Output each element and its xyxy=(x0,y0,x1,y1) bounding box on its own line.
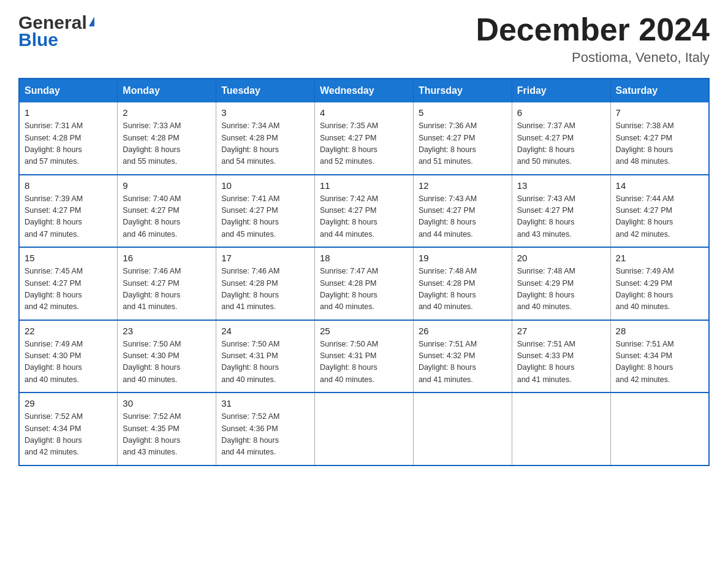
day-number: 9 xyxy=(123,180,211,191)
day-info: Sunrise: 7:37 AMSunset: 4:27 PMDaylight:… xyxy=(517,120,605,168)
day-info: Sunrise: 7:48 AMSunset: 4:29 PMDaylight:… xyxy=(517,266,605,313)
day-number: 28 xyxy=(616,326,703,336)
day-number: 20 xyxy=(517,253,605,263)
day-number: 22 xyxy=(25,326,112,336)
day-number: 30 xyxy=(123,398,211,408)
day-info: Sunrise: 7:36 AMSunset: 4:27 PMDaylight:… xyxy=(419,120,507,168)
day-number: 12 xyxy=(419,180,507,191)
calendar-header-row: SundayMondayTuesdayWednesdayThursdayFrid… xyxy=(19,79,709,102)
calendar-cell: 28Sunrise: 7:51 AMSunset: 4:34 PMDayligh… xyxy=(610,320,709,393)
calendar-cell: 18Sunrise: 7:47 AMSunset: 4:28 PMDayligh… xyxy=(315,247,414,320)
day-number: 4 xyxy=(320,107,408,118)
calendar-week-row: 1Sunrise: 7:31 AMSunset: 4:28 PMDaylight… xyxy=(19,102,709,175)
day-info: Sunrise: 7:44 AMSunset: 4:27 PMDaylight:… xyxy=(616,193,703,241)
day-info: Sunrise: 7:47 AMSunset: 4:28 PMDaylight:… xyxy=(320,266,408,313)
day-info: Sunrise: 7:50 AMSunset: 4:31 PMDaylight:… xyxy=(320,339,408,386)
day-info: Sunrise: 7:34 AMSunset: 4:28 PMDaylight:… xyxy=(221,120,309,168)
calendar-cell xyxy=(315,393,414,465)
column-header-friday: Friday xyxy=(512,79,610,102)
day-number: 11 xyxy=(320,180,408,191)
day-info: Sunrise: 7:41 AMSunset: 4:27 PMDaylight:… xyxy=(221,193,309,241)
calendar-cell: 2Sunrise: 7:33 AMSunset: 4:28 PMDaylight… xyxy=(118,102,216,175)
calendar-cell xyxy=(413,393,512,465)
day-info: Sunrise: 7:51 AMSunset: 4:33 PMDaylight:… xyxy=(517,339,605,386)
day-info: Sunrise: 7:46 AMSunset: 4:27 PMDaylight:… xyxy=(123,266,211,313)
calendar-cell: 20Sunrise: 7:48 AMSunset: 4:29 PMDayligh… xyxy=(512,247,610,320)
day-number: 18 xyxy=(320,253,408,263)
column-header-saturday: Saturday xyxy=(610,79,709,102)
day-number: 21 xyxy=(616,253,703,263)
day-info: Sunrise: 7:42 AMSunset: 4:27 PMDaylight:… xyxy=(320,193,408,241)
day-number: 14 xyxy=(616,180,703,191)
day-info: Sunrise: 7:43 AMSunset: 4:27 PMDaylight:… xyxy=(419,193,507,241)
day-info: Sunrise: 7:43 AMSunset: 4:27 PMDaylight:… xyxy=(517,193,605,241)
day-number: 8 xyxy=(25,180,112,191)
calendar-cell: 11Sunrise: 7:42 AMSunset: 4:27 PMDayligh… xyxy=(315,175,414,248)
day-number: 19 xyxy=(419,253,507,263)
calendar-cell: 23Sunrise: 7:50 AMSunset: 4:30 PMDayligh… xyxy=(118,320,216,393)
day-number: 24 xyxy=(221,326,309,336)
day-info: Sunrise: 7:50 AMSunset: 4:31 PMDaylight:… xyxy=(221,339,309,386)
calendar-cell: 17Sunrise: 7:46 AMSunset: 4:28 PMDayligh… xyxy=(216,247,315,320)
day-info: Sunrise: 7:45 AMSunset: 4:27 PMDaylight:… xyxy=(25,266,112,313)
calendar-cell xyxy=(512,393,610,465)
calendar-cell: 3Sunrise: 7:34 AMSunset: 4:28 PMDaylight… xyxy=(216,102,315,175)
calendar-cell: 4Sunrise: 7:35 AMSunset: 4:27 PMDaylight… xyxy=(315,102,414,175)
day-info: Sunrise: 7:40 AMSunset: 4:27 PMDaylight:… xyxy=(123,193,211,241)
day-info: Sunrise: 7:46 AMSunset: 4:28 PMDaylight:… xyxy=(221,266,309,313)
logo-triangle-icon xyxy=(89,17,94,26)
day-info: Sunrise: 7:39 AMSunset: 4:27 PMDaylight:… xyxy=(25,193,112,241)
page-header: General Blue December 2024 Postioma, Ven… xyxy=(18,12,710,66)
day-number: 31 xyxy=(221,398,309,408)
day-info: Sunrise: 7:51 AMSunset: 4:32 PMDaylight:… xyxy=(419,339,507,386)
day-number: 23 xyxy=(123,326,211,336)
calendar-cell: 25Sunrise: 7:50 AMSunset: 4:31 PMDayligh… xyxy=(315,320,414,393)
day-info: Sunrise: 7:52 AMSunset: 4:35 PMDaylight:… xyxy=(123,411,211,459)
calendar-cell xyxy=(610,393,709,465)
location-subtitle: Postioma, Veneto, Italy xyxy=(476,50,710,66)
calendar-week-row: 22Sunrise: 7:49 AMSunset: 4:30 PMDayligh… xyxy=(19,320,709,393)
calendar-cell: 16Sunrise: 7:46 AMSunset: 4:27 PMDayligh… xyxy=(118,247,216,320)
day-number: 2 xyxy=(123,107,211,118)
title-block: December 2024 Postioma, Veneto, Italy xyxy=(476,12,710,66)
calendar-cell: 7Sunrise: 7:38 AMSunset: 4:27 PMDaylight… xyxy=(610,102,709,175)
day-number: 25 xyxy=(320,326,408,336)
day-number: 29 xyxy=(25,398,112,408)
calendar-cell: 26Sunrise: 7:51 AMSunset: 4:32 PMDayligh… xyxy=(413,320,512,393)
day-number: 26 xyxy=(419,326,507,336)
day-number: 15 xyxy=(25,253,112,263)
day-info: Sunrise: 7:49 AMSunset: 4:30 PMDaylight:… xyxy=(25,339,112,386)
day-info: Sunrise: 7:52 AMSunset: 4:34 PMDaylight:… xyxy=(25,411,112,459)
day-info: Sunrise: 7:48 AMSunset: 4:28 PMDaylight:… xyxy=(419,266,507,313)
calendar-week-row: 8Sunrise: 7:39 AMSunset: 4:27 PMDaylight… xyxy=(19,175,709,248)
calendar-cell: 8Sunrise: 7:39 AMSunset: 4:27 PMDaylight… xyxy=(19,175,118,248)
day-info: Sunrise: 7:33 AMSunset: 4:28 PMDaylight:… xyxy=(123,120,211,168)
logo-blue-text: Blue xyxy=(18,29,58,50)
day-number: 17 xyxy=(221,253,309,263)
calendar-cell: 13Sunrise: 7:43 AMSunset: 4:27 PMDayligh… xyxy=(512,175,610,248)
day-number: 27 xyxy=(517,326,605,336)
calendar-cell: 31Sunrise: 7:52 AMSunset: 4:36 PMDayligh… xyxy=(216,393,315,465)
day-number: 10 xyxy=(221,180,309,191)
day-number: 3 xyxy=(221,107,309,118)
calendar-cell: 1Sunrise: 7:31 AMSunset: 4:28 PMDaylight… xyxy=(19,102,118,175)
calendar-cell: 21Sunrise: 7:49 AMSunset: 4:29 PMDayligh… xyxy=(610,247,709,320)
calendar-cell: 5Sunrise: 7:36 AMSunset: 4:27 PMDaylight… xyxy=(413,102,512,175)
calendar-cell: 6Sunrise: 7:37 AMSunset: 4:27 PMDaylight… xyxy=(512,102,610,175)
calendar-cell: 12Sunrise: 7:43 AMSunset: 4:27 PMDayligh… xyxy=(413,175,512,248)
column-header-thursday: Thursday xyxy=(413,79,512,102)
day-number: 6 xyxy=(517,107,605,118)
calendar-table: SundayMondayTuesdayWednesdayThursdayFrid… xyxy=(18,78,710,466)
calendar-cell: 30Sunrise: 7:52 AMSunset: 4:35 PMDayligh… xyxy=(118,393,216,465)
calendar-cell: 9Sunrise: 7:40 AMSunset: 4:27 PMDaylight… xyxy=(118,175,216,248)
day-info: Sunrise: 7:50 AMSunset: 4:30 PMDaylight:… xyxy=(123,339,211,386)
calendar-week-row: 15Sunrise: 7:45 AMSunset: 4:27 PMDayligh… xyxy=(19,247,709,320)
day-number: 13 xyxy=(517,180,605,191)
day-info: Sunrise: 7:49 AMSunset: 4:29 PMDaylight:… xyxy=(616,266,703,313)
calendar-week-row: 29Sunrise: 7:52 AMSunset: 4:34 PMDayligh… xyxy=(19,393,709,465)
day-info: Sunrise: 7:51 AMSunset: 4:34 PMDaylight:… xyxy=(616,339,703,386)
column-header-sunday: Sunday xyxy=(19,79,118,102)
month-year-title: December 2024 xyxy=(476,12,710,47)
day-info: Sunrise: 7:52 AMSunset: 4:36 PMDaylight:… xyxy=(221,411,309,459)
calendar-cell: 15Sunrise: 7:45 AMSunset: 4:27 PMDayligh… xyxy=(19,247,118,320)
